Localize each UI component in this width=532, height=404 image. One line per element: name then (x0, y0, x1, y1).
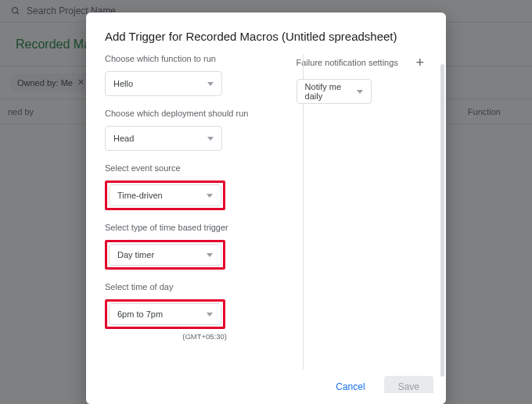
deployment-field: Choose which deployment should run Head (105, 109, 268, 151)
event-source-field: Select event source Time-driven (105, 163, 268, 210)
trigger-type-field: Select type of time based trigger Day ti… (105, 223, 268, 270)
notify-select[interactable]: Notify me daily (297, 79, 372, 104)
chevron-down-icon (207, 253, 213, 257)
chevron-down-icon (207, 82, 214, 86)
deployment-select[interactable]: Head (105, 126, 222, 151)
notify-label: Failure notification settings (297, 58, 398, 67)
function-select[interactable]: Hello (105, 71, 222, 96)
dialog-title: Add Trigger for Recorded Macros (Untitle… (86, 13, 446, 54)
chevron-down-icon (207, 313, 213, 316)
notify-header: Failure notification settings + (297, 54, 427, 71)
function-value: Hello (113, 79, 133, 88)
highlight-box: Time-driven (105, 181, 225, 210)
deployment-value: Head (113, 134, 134, 143)
function-label: Choose which function to run (105, 54, 268, 63)
trigger-type-select[interactable]: Day timer (109, 244, 221, 266)
chevron-down-icon (207, 194, 213, 198)
trigger-type-value: Day timer (117, 250, 154, 259)
time-of-day-label: Select time of day (105, 282, 268, 291)
chevron-down-icon (357, 90, 363, 94)
time-of-day-select[interactable]: 6pm to 7pm (109, 303, 221, 325)
deployment-label: Choose which deployment should run (105, 109, 268, 118)
event-source-label: Select event source (105, 163, 268, 173)
event-source-select[interactable]: Time-driven (109, 184, 221, 206)
function-field: Choose which function to run Hello (105, 54, 268, 96)
add-trigger-dialog: Add Trigger for Recorded Macros (Untitle… (86, 13, 446, 404)
right-column: Failure notification settings + Notify m… (282, 54, 427, 370)
scrollbar[interactable] (440, 64, 444, 377)
dialog-body: Choose which function to run Hello Choos… (86, 54, 446, 370)
chevron-down-icon (207, 137, 214, 141)
notify-value: Notify me daily (305, 82, 357, 101)
highlight-box: 6pm to 7pm (105, 299, 225, 329)
time-of-day-field: Select time of day 6pm to 7pm (GMT+05:30… (105, 282, 268, 341)
highlight-box: Day timer (105, 240, 225, 270)
time-of-day-value: 6pm to 7pm (117, 309, 163, 319)
footer-fade (86, 393, 446, 404)
trigger-type-label: Select type of time based trigger (105, 223, 268, 232)
event-source-value: Time-driven (117, 191, 163, 200)
left-column: Choose which function to run Hello Choos… (105, 54, 282, 370)
add-notification-button[interactable]: + (412, 54, 427, 71)
timezone-text: (GMT+05:30) (105, 332, 227, 341)
